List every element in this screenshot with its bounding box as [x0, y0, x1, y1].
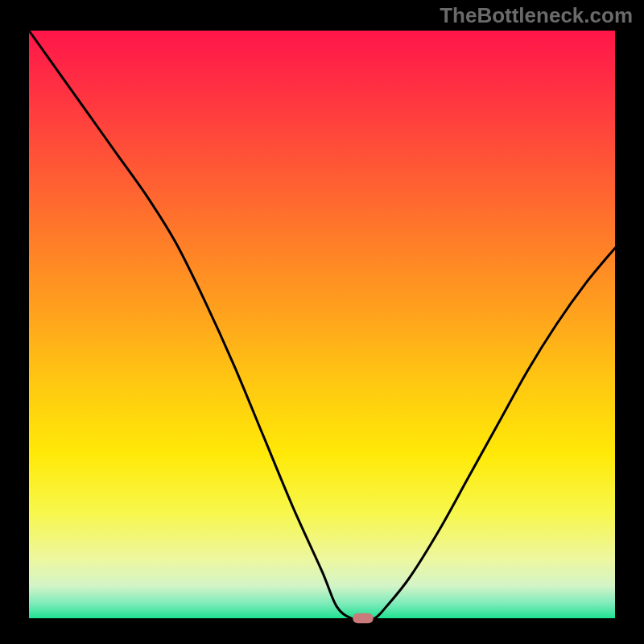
- chart-svg: [0, 0, 644, 644]
- plot-background: [29, 31, 615, 618]
- chart-container: { "watermark": "TheBottleneck.com", "plo…: [0, 0, 644, 644]
- optimal-marker: [353, 613, 373, 623]
- watermark-label: TheBottleneck.com: [440, 3, 633, 28]
